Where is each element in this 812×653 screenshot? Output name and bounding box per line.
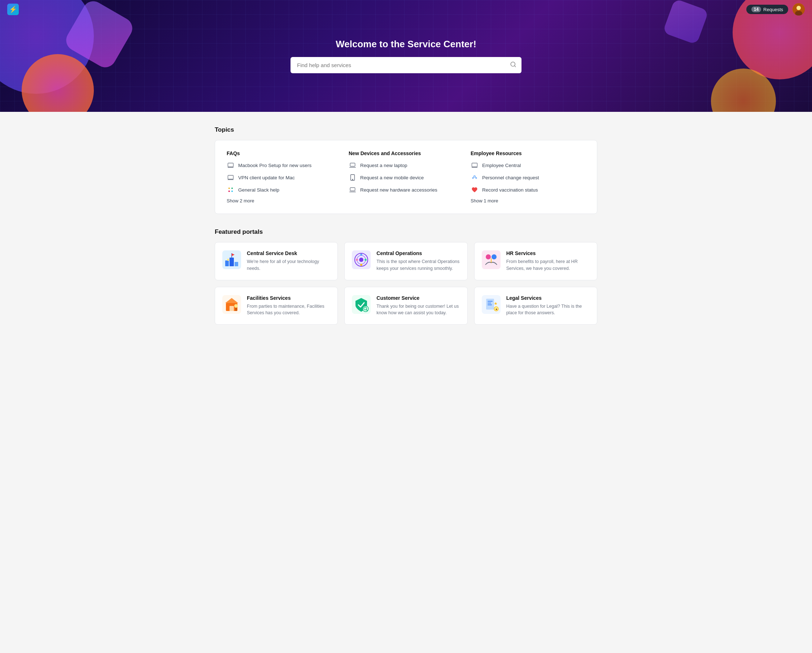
legal-services-info: Legal Services Have a question for Legal… — [506, 295, 590, 317]
hr-services-info: HR Services From benefits to payroll, he… — [506, 250, 590, 272]
topbar-right: 14 Requests — [746, 3, 805, 15]
logo-icon[interactable]: ⚡ — [7, 4, 19, 15]
svg-rect-17 — [350, 188, 355, 191]
svg-rect-19 — [472, 163, 478, 167]
search-input[interactable] — [290, 57, 522, 73]
requests-label: Requests — [763, 7, 783, 12]
topic-column-faqs: FAQs Macbook Pro Setup for new users VPN… — [227, 150, 341, 203]
svg-point-42 — [486, 254, 491, 259]
svg-point-1 — [797, 6, 801, 10]
facilities-name: Facilities Services — [247, 295, 330, 301]
central-service-desk-info: Central Service Desk We're here for all … — [247, 250, 330, 272]
svg-point-32 — [227, 259, 229, 261]
portal-card-facilities[interactable]: Facilities Services From parties to main… — [215, 287, 338, 325]
svg-text:★: ★ — [495, 308, 498, 311]
topic-item-new-laptop[interactable]: Request a new laptop — [349, 161, 463, 169]
topic-column-devices: New Devices and Accessories Request a ne… — [349, 150, 463, 203]
svg-line-25 — [475, 177, 476, 178]
portal-card-central-operations[interactable]: Central Operations This is the spot wher… — [344, 242, 467, 280]
svg-line-4 — [514, 65, 515, 66]
search-button[interactable] — [510, 61, 516, 69]
hero-title: Welcome to the Service Center! — [336, 39, 476, 50]
employee-central-label: Employee Central — [482, 163, 521, 168]
laptop-icon — [349, 161, 357, 169]
vpn-label: VPN client update for Mac — [238, 175, 295, 180]
slack-icon — [227, 186, 235, 194]
central-service-desk-desc: We're here for all of your technology ne… — [247, 258, 330, 272]
svg-line-24 — [473, 177, 474, 178]
svg-point-21 — [474, 176, 476, 177]
avatar[interactable] — [792, 3, 805, 15]
new-laptop-label: Request a new laptop — [360, 163, 408, 168]
requests-badge[interactable]: 14 Requests — [746, 5, 788, 14]
employee-heading: Employee Resources — [471, 150, 585, 156]
central-operations-name: Central Operations — [376, 250, 460, 256]
svg-rect-58 — [488, 303, 491, 304]
central-service-desk-name: Central Service Desk — [247, 250, 330, 256]
svg-rect-10 — [231, 188, 233, 189]
svg-rect-7 — [228, 175, 234, 179]
accessories-icon — [349, 186, 357, 194]
svg-rect-29 — [235, 262, 238, 266]
svg-point-49 — [234, 304, 238, 308]
requests-count: 14 — [751, 6, 761, 12]
faqs-heading: FAQs — [227, 150, 341, 156]
svg-rect-56 — [486, 299, 494, 310]
customer-service-desc: Thank you for being our customer! Let us… — [376, 303, 460, 317]
customer-service-icon — [352, 295, 371, 314]
topic-item-vaccination[interactable]: Record vaccination status — [471, 186, 585, 194]
topics-section-title: Topics — [215, 126, 597, 133]
vaccination-label: Record vaccination status — [482, 187, 538, 193]
hr-services-icon — [482, 250, 501, 269]
mobile-label: Request a new mobile device — [360, 175, 424, 180]
svg-point-37 — [360, 253, 362, 256]
svg-rect-5 — [228, 163, 234, 167]
topic-item-mobile[interactable]: Request a new mobile device — [349, 174, 463, 182]
main-content: Topics FAQs Macbook Pro Setup for new us… — [208, 112, 604, 346]
macbook-icon — [227, 161, 235, 169]
topic-item-personnel[interactable]: Personnel change request — [471, 174, 585, 182]
topic-column-employee: Employee Resources Employee Central Pers… — [471, 150, 585, 203]
topbar: ⚡ 14 Requests — [0, 0, 812, 19]
central-service-desk-icon — [222, 250, 241, 269]
accessories-label: Request new hardware accessories — [360, 187, 437, 193]
topic-item-macbook[interactable]: Macbook Pro Setup for new users — [227, 161, 341, 169]
svg-rect-9 — [229, 188, 230, 189]
portals-grid: Central Service Desk We're here for all … — [215, 242, 597, 325]
topic-item-slack[interactable]: General Slack help — [227, 186, 341, 194]
devices-heading: New Devices and Accessories — [349, 150, 463, 156]
legal-services-name: Legal Services — [506, 295, 590, 301]
mobile-icon — [349, 174, 357, 182]
svg-point-40 — [360, 264, 362, 266]
topic-item-employee-central[interactable]: Employee Central — [471, 161, 585, 169]
portal-card-customer-service[interactable]: Customer Service Thank you for being our… — [344, 287, 467, 325]
faqs-show-more[interactable]: Show 2 more — [227, 198, 341, 203]
portal-card-central-service-desk[interactable]: Central Service Desk We're here for all … — [215, 242, 338, 280]
personnel-label: Personnel change request — [482, 175, 539, 180]
vaccination-icon — [471, 186, 479, 194]
topic-item-vpn[interactable]: VPN client update for Mac — [227, 174, 341, 182]
svg-rect-48 — [229, 306, 234, 311]
employee-central-icon — [471, 161, 479, 169]
portals-section-title: Featured portals — [215, 228, 597, 236]
central-operations-desc: This is the spot where Central Operation… — [376, 258, 460, 272]
employee-show-more[interactable]: Show 1 more — [471, 198, 585, 203]
customer-service-info: Customer Service Thank you for being our… — [376, 295, 460, 317]
central-operations-icon — [352, 250, 371, 269]
customer-service-name: Customer Service — [376, 295, 460, 301]
central-operations-info: Central Operations This is the spot wher… — [376, 250, 460, 272]
hero-section: ⚡ 14 Requests Welcome to the Service Cen… — [0, 0, 812, 112]
svg-point-36 — [359, 258, 363, 262]
hr-services-desc: From benefits to payroll, here at HR Ser… — [506, 258, 590, 272]
portal-card-legal[interactable]: ★ Legal Services Have a question for Leg… — [474, 287, 597, 325]
legal-services-icon: ★ — [482, 295, 501, 314]
facilities-icon — [222, 295, 241, 314]
svg-rect-12 — [231, 191, 233, 192]
hr-services-name: HR Services — [506, 250, 590, 256]
svg-point-39 — [356, 259, 358, 261]
topic-item-accessories[interactable]: Request new hardware accessories — [349, 186, 463, 194]
legal-services-desc: Have a question for Legal? This is the p… — [506, 303, 590, 317]
svg-rect-27 — [225, 261, 229, 266]
portal-card-hr-services[interactable]: HR Services From benefits to payroll, he… — [474, 242, 597, 280]
macbook-label: Macbook Pro Setup for new users — [238, 163, 311, 168]
